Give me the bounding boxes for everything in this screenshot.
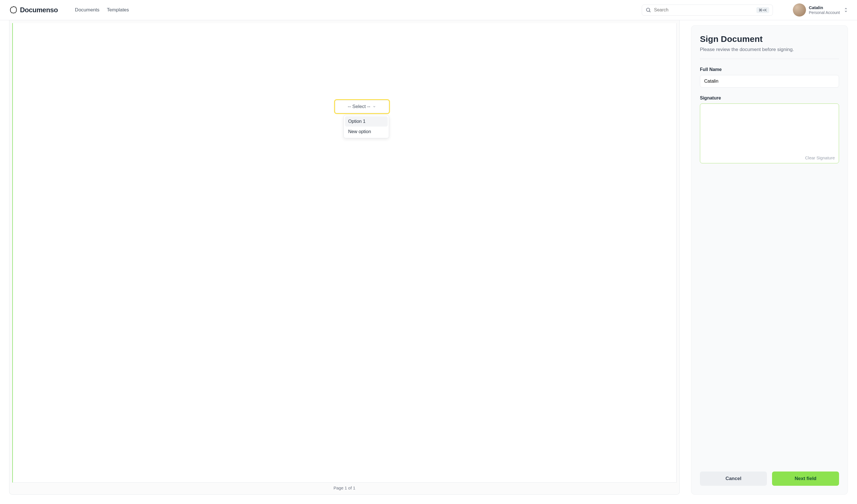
full-name-input[interactable] — [700, 75, 839, 87]
dropdown-trigger[interactable]: -- Select -- — [335, 100, 389, 113]
signature-pad[interactable]: Clear Signature — [700, 103, 839, 163]
nav-templates[interactable]: Templates — [107, 7, 129, 13]
panel-subtitle: Please review the document before signin… — [700, 47, 839, 59]
brand-badge-icon — [9, 6, 18, 14]
search-input[interactable] — [654, 7, 754, 13]
search-shortcut: ⌘+K — [756, 7, 769, 13]
document-page[interactable]: -- Select -- Option 1 New option — [12, 23, 676, 483]
sign-panel: Sign Document Please review the document… — [691, 26, 848, 494]
chevron-down-icon — [373, 105, 376, 108]
user-menu[interactable]: Catalin Personal Account — [793, 3, 848, 17]
page-indicator: Page 1 of 1 — [12, 483, 676, 491]
search-bar[interactable]: ⌘+K — [642, 4, 773, 16]
chevron-up-down-icon — [844, 7, 848, 13]
avatar — [793, 3, 806, 17]
brand-name: Documenso — [20, 6, 58, 14]
dropdown-menu: Option 1 New option — [343, 115, 389, 138]
cancel-button[interactable]: Cancel — [700, 471, 767, 486]
user-account-label: Personal Account — [809, 10, 840, 15]
dropdown-field: -- Select -- Option 1 New option — [335, 100, 389, 138]
app-header: Documenso Documents Templates ⌘+K Catali… — [0, 0, 857, 20]
signature-label: Signature — [700, 96, 839, 101]
main-nav: Documents Templates — [75, 7, 129, 13]
user-name: Catalin — [809, 5, 840, 10]
dropdown-option[interactable]: New option — [345, 127, 387, 137]
full-name-label: Full Name — [700, 67, 839, 72]
search-icon — [645, 7, 651, 13]
dropdown-option[interactable]: Option 1 — [345, 116, 387, 127]
svg-line-1 — [650, 11, 651, 12]
nav-documents[interactable]: Documents — [75, 7, 100, 13]
brand-logo[interactable]: Documenso — [9, 6, 58, 14]
document-viewer: -- Select -- Option 1 New option Page 1 … — [9, 20, 680, 494]
svg-point-0 — [646, 8, 650, 12]
dropdown-placeholder: -- Select -- — [348, 104, 370, 110]
panel-title: Sign Document — [700, 34, 839, 44]
next-field-button[interactable]: Next field — [772, 471, 839, 486]
clear-signature-button[interactable]: Clear Signature — [805, 155, 835, 160]
